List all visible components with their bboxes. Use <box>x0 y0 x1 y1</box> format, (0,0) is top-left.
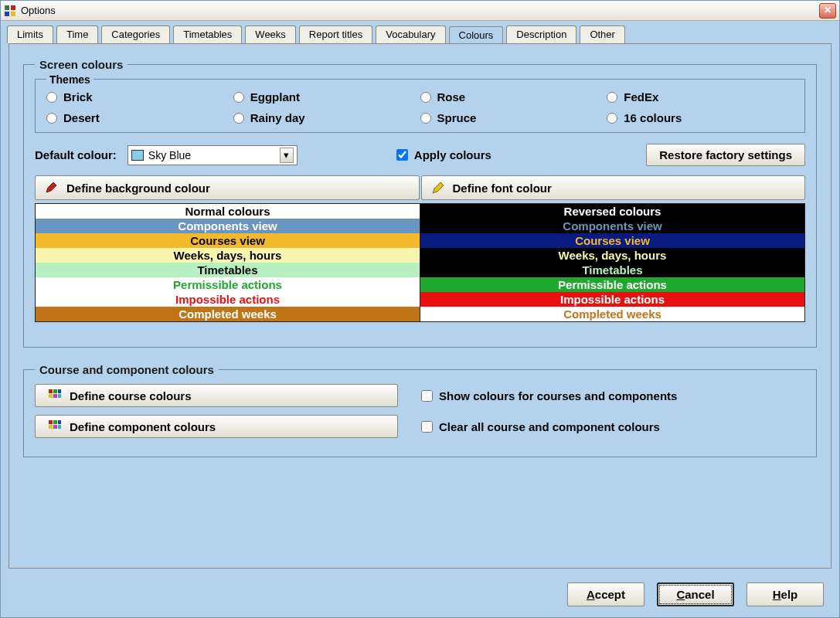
tab-weeks[interactable]: Weeks <box>245 25 296 43</box>
tab-time[interactable]: Time <box>56 25 98 43</box>
dialog-buttons: Accept Cancel Help <box>1 575 839 617</box>
svg-rect-14 <box>53 425 57 429</box>
pencil-icon <box>431 181 445 195</box>
apply-colours-label: Apply colours <box>414 148 491 161</box>
tab-vocabulary[interactable]: Vocabulary <box>376 25 445 43</box>
cancel-button[interactable]: Cancel <box>657 582 734 606</box>
chevron-down-icon: ▾ <box>280 148 294 163</box>
define-component-colours-label: Define component colours <box>70 420 216 433</box>
svg-rect-13 <box>49 425 53 429</box>
define-font-button[interactable]: Define font colour <box>421 175 806 200</box>
colour-cell-normal[interactable]: Completed weeks <box>36 307 420 322</box>
svg-rect-11 <box>53 420 57 424</box>
svg-rect-15 <box>58 425 61 429</box>
theme-desert[interactable]: Desert <box>46 111 233 124</box>
grid-icon <box>48 419 62 433</box>
table-row[interactable]: TimetablesTimetables <box>36 263 805 277</box>
colour-cell-reversed[interactable]: Impossible actions <box>420 292 805 307</box>
define-course-colours-button[interactable]: Define course colours <box>35 384 398 407</box>
course-colours-group: Course and component colours Define cour… <box>23 363 817 457</box>
default-colour-value: Sky Blue <box>148 149 275 161</box>
table-header-reversed: Reversed colours <box>420 204 805 219</box>
svg-rect-1 <box>11 5 15 10</box>
define-font-label: Define font colour <box>453 182 552 195</box>
table-row[interactable]: Courses viewCourses view <box>36 233 805 248</box>
svg-rect-10 <box>49 420 53 424</box>
tab-other[interactable]: Other <box>580 25 625 43</box>
table-row[interactable]: Impossible actionsImpossible actions <box>36 292 805 307</box>
tabrow: LimitsTimeCategoriesTimetablesWeeksRepor… <box>1 21 839 43</box>
window-title: Options <box>21 5 819 16</box>
svg-rect-0 <box>5 5 9 10</box>
tab-description[interactable]: Description <box>506 25 576 43</box>
restore-factory-button[interactable]: Restore factory settings <box>646 144 805 166</box>
show-colours-label: Show colours for courses and components <box>439 389 677 402</box>
svg-rect-7 <box>49 394 53 398</box>
screen-colours-legend: Screen colours <box>35 58 128 71</box>
define-course-colours-label: Define course colours <box>70 389 192 402</box>
tab-panel: Screen colours Themes BrickEggplantRoseF… <box>9 43 831 569</box>
define-background-label: Define background colour <box>66 182 210 195</box>
colour-cell-normal[interactable]: Courses view <box>36 233 420 248</box>
titlebar: Options ✕ <box>1 1 839 21</box>
tab-timetables[interactable]: Timetables <box>173 25 242 43</box>
accept-button[interactable]: Accept <box>567 582 644 606</box>
tab-limits[interactable]: Limits <box>7 25 53 43</box>
themes-group: Themes BrickEggplantRoseFedExDesertRainy… <box>35 79 805 133</box>
define-background-button[interactable]: Define background colour <box>35 175 420 200</box>
theme-spruce[interactable]: Spruce <box>420 111 607 124</box>
colour-cell-normal[interactable]: Weeks, days, hours <box>36 248 420 263</box>
colour-cell-reversed[interactable]: Courses view <box>420 233 805 248</box>
tab-colours[interactable]: Colours <box>449 26 504 44</box>
theme-brick[interactable]: Brick <box>46 90 233 104</box>
theme-rainy-day[interactable]: Rainy day <box>233 111 420 124</box>
theme-rose[interactable]: Rose <box>420 90 607 104</box>
svg-rect-9 <box>58 394 61 398</box>
pen-icon <box>45 181 59 195</box>
svg-rect-12 <box>58 420 61 424</box>
theme-16-colours[interactable]: 16 colours <box>607 111 794 124</box>
colour-table: Normal colours Reversed colours Componen… <box>35 203 805 322</box>
colour-swatch <box>131 150 144 161</box>
svg-rect-4 <box>49 389 53 393</box>
define-component-colours-button[interactable]: Define component colours <box>35 415 398 438</box>
colour-cell-normal[interactable]: Impossible actions <box>36 292 420 307</box>
screen-colours-group: Screen colours Themes BrickEggplantRoseF… <box>23 58 817 348</box>
colour-cell-normal[interactable]: Components view <box>36 219 420 233</box>
tab-report-titles[interactable]: Report titles <box>299 25 372 43</box>
colour-cell-reversed[interactable]: Timetables <box>420 263 805 277</box>
colour-cell-reversed[interactable]: Permissible actions <box>420 277 805 292</box>
default-colour-label: Default colour: <box>35 148 117 161</box>
table-row[interactable]: Weeks, days, hoursWeeks, days, hours <box>36 248 805 263</box>
svg-rect-5 <box>53 389 57 393</box>
table-row[interactable]: Permissible actionsPermissible actions <box>36 277 805 292</box>
colour-cell-normal[interactable]: Timetables <box>36 263 420 277</box>
close-button[interactable]: ✕ <box>819 3 836 19</box>
themes-legend: Themes <box>46 73 94 86</box>
app-icon <box>4 5 16 17</box>
svg-rect-3 <box>11 12 15 16</box>
grid-icon <box>48 389 62 402</box>
help-button[interactable]: Help <box>746 582 824 606</box>
apply-colours-checkbox[interactable]: Apply colours <box>396 148 491 161</box>
svg-rect-2 <box>5 12 9 16</box>
colour-cell-reversed[interactable]: Components view <box>420 219 805 233</box>
svg-rect-6 <box>58 389 61 393</box>
default-colour-dropdown[interactable]: Sky Blue ▾ <box>128 145 298 165</box>
clear-colours-checkbox[interactable]: Clear all course and component colours <box>421 420 660 433</box>
course-colours-legend: Course and component colours <box>35 363 219 376</box>
theme-eggplant[interactable]: Eggplant <box>233 90 420 104</box>
show-colours-checkbox[interactable]: Show colours for courses and components <box>421 389 677 402</box>
tab-categories[interactable]: Categories <box>101 25 170 43</box>
colour-cell-reversed[interactable]: Weeks, days, hours <box>420 248 805 263</box>
svg-rect-8 <box>53 394 57 398</box>
colour-cell-reversed[interactable]: Completed weeks <box>420 307 805 322</box>
clear-colours-label: Clear all course and component colours <box>439 420 660 433</box>
theme-fedex[interactable]: FedEx <box>607 90 794 104</box>
table-row[interactable]: Completed weeksCompleted weeks <box>36 307 805 322</box>
colour-cell-normal[interactable]: Permissible actions <box>36 277 420 292</box>
table-header-normal: Normal colours <box>36 204 420 219</box>
table-row[interactable]: Components viewComponents view <box>36 219 805 233</box>
